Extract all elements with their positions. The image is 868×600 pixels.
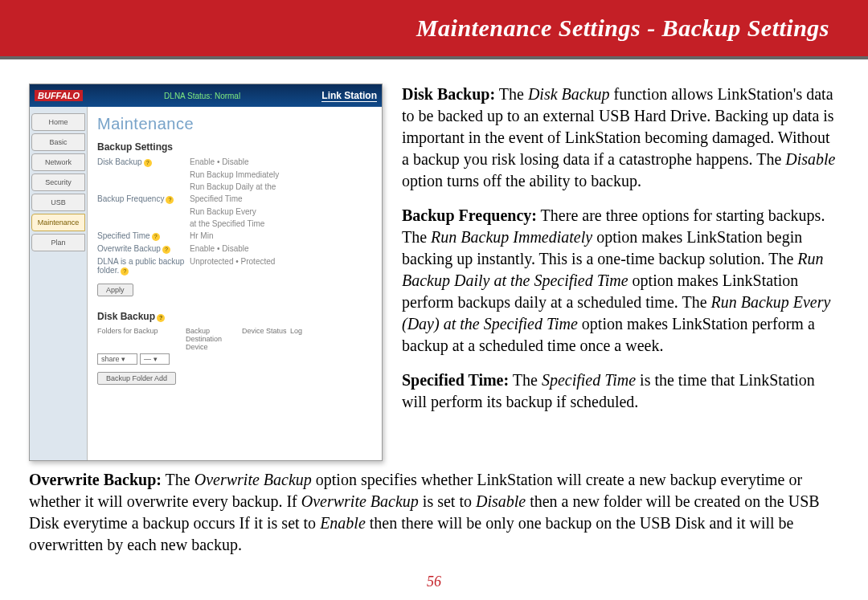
th-status: Device Status (242, 327, 290, 351)
th-log: Log (290, 327, 330, 351)
description-column: Disk Backup: The Disk Backup function al… (402, 84, 839, 461)
row-backup-frequency: Backup Frequency? Specified Time (97, 194, 372, 204)
para-overwrite-backup: Overwrite Backup: The Overwrite Backup o… (0, 469, 868, 556)
help-icon[interactable]: ? (162, 246, 170, 254)
product-name: Link Station (321, 90, 377, 102)
sidebar: Home Basic Network Security USB Maintena… (30, 107, 88, 460)
add-folder-button[interactable]: Backup Folder Add (97, 372, 176, 385)
opts-backup-frequency[interactable]: Specified Time (190, 194, 243, 204)
folder-select[interactable]: share ▾ (97, 353, 137, 365)
label-specified-time: Specified Time (97, 231, 150, 240)
sidebar-item-network[interactable]: Network (31, 153, 85, 171)
para-disk-backup: Disk Backup: The Disk Backup function al… (402, 84, 839, 192)
opt-run-immediately[interactable]: Run Backup Immediately (190, 170, 279, 179)
sidebar-item-basic[interactable]: Basic (31, 133, 85, 151)
help-icon[interactable]: ? (157, 314, 165, 322)
label-overwrite: Overwrite Backup (97, 244, 161, 253)
embedded-screenshot: BUFFALO DLNA Status: Normal Link Station… (29, 84, 383, 461)
field-specified-time[interactable]: Hr Min (190, 231, 213, 241)
th-dest: Backup Destination Device (186, 327, 242, 351)
th-folders: Folders for Backup (97, 327, 186, 351)
page-number: 56 (0, 573, 868, 590)
header-bar: Maintenance Settings - Backup Settings (0, 0, 868, 56)
row-disk-backup: Disk Backup? Enable • Disable (97, 157, 372, 167)
disk-backup-heading: Disk Backup (97, 311, 155, 322)
brand-logo: BUFFALO (35, 90, 83, 101)
help-icon[interactable]: ? (144, 159, 152, 167)
opt-run-daily[interactable]: Run Backup Daily at the (190, 182, 276, 191)
table-row: share ▾ — ▾ (97, 351, 372, 367)
row-specified-time: Specified Time? Hr Min (97, 231, 372, 241)
row-overwrite: Overwrite Backup? Enable • Disable (97, 244, 372, 254)
sidebar-item-plan[interactable]: Plan (31, 234, 85, 251)
section-title: Maintenance (97, 115, 372, 133)
dlna-status: DLNA Status: Normal (164, 92, 240, 100)
app-topbar: BUFFALO DLNA Status: Normal Link Station (30, 84, 382, 107)
label-disk-backup: Disk Backup (97, 157, 142, 166)
sidebar-item-home[interactable]: Home (31, 113, 85, 131)
label-dlna: DLNA is a public backup folder. (97, 257, 184, 275)
opt-run-every[interactable]: Run Backup Every (190, 207, 256, 216)
para-backup-frequency: Backup Frequency: There are three option… (402, 205, 839, 357)
device-select[interactable]: — ▾ (140, 353, 170, 365)
backup-settings-heading: Backup Settings (97, 141, 372, 153)
apply-button[interactable]: Apply (97, 284, 133, 296)
sidebar-item-usb[interactable]: USB (31, 194, 85, 211)
para-specified-time: Specified Time: The Specified Time is th… (402, 369, 839, 413)
help-icon[interactable]: ? (166, 196, 174, 204)
row-dlna: DLNA is a public backup folder.? Unprote… (97, 257, 372, 276)
app-body: Home Basic Network Security USB Maintena… (30, 107, 382, 460)
opt-at-specified: at the Specified Time (190, 219, 264, 228)
opts-dlna[interactable]: Unprotected • Protected (190, 257, 275, 276)
help-icon[interactable]: ? (121, 267, 129, 276)
sidebar-item-maintenance[interactable]: Maintenance (31, 214, 85, 231)
main-panel: Maintenance Backup Settings Disk Backup?… (88, 107, 382, 460)
help-icon[interactable]: ? (152, 233, 160, 241)
label-backup-frequency: Backup Frequency (97, 194, 164, 203)
opts-overwrite[interactable]: Enable • Disable (190, 244, 249, 254)
page-title: Maintenance Settings - Backup Settings (416, 14, 829, 42)
disk-backup-table-head: Folders for Backup Backup Destination De… (97, 327, 372, 351)
opts-disk-backup[interactable]: Enable • Disable (190, 157, 249, 167)
sidebar-item-security[interactable]: Security (31, 173, 85, 191)
content-wrap: BUFFALO DLNA Status: Normal Link Station… (0, 59, 868, 469)
